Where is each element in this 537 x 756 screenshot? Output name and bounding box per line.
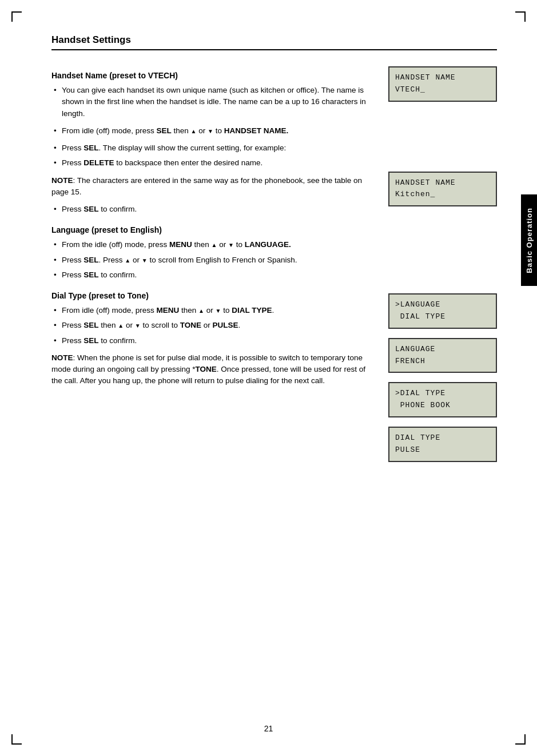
list-item: From idle (off) mode, press SEL then ▲ o…: [51, 125, 371, 137]
handset-name-bullets-3: Press SEL. The display will show the cur…: [51, 142, 371, 169]
section-title: Handset Settings: [51, 34, 497, 50]
dial-type-note: NOTE: When the phone is set for pulse di…: [51, 352, 371, 387]
list-item: Press SEL to confirm.: [51, 335, 371, 347]
lcd-dial-type-phone-book: >DIAL TYPE PHONE BOOK: [388, 382, 497, 417]
handset-name-bullets-2: From idle (off) mode, press SEL then ▲ o…: [51, 125, 371, 137]
left-column: Handset Name (preset to VTECH) You can g…: [51, 61, 371, 462]
lcd-handset-name-kitchen: HANDSET NAME Kitchen_: [388, 172, 497, 207]
handset-confirm-bullet: Press SEL to confirm.: [51, 204, 371, 215]
list-item: Press SEL to confirm.: [51, 204, 371, 215]
lcd-dial-type-pulse: DIAL TYPE PULSE: [388, 427, 497, 462]
list-item: Press SEL. The display will show the cur…: [51, 142, 371, 154]
list-item: Press DELETE to backspace then enter the…: [51, 157, 371, 169]
lcd-handset-name-vtech: HANDSET NAME VTECH_: [388, 66, 497, 102]
page-number: 21: [264, 724, 273, 733]
list-item: Press SEL. Press ▲ or ▼ to scroll from E…: [51, 254, 371, 266]
list-item: Press SEL to confirm.: [51, 269, 371, 281]
handset-name-bullets: You can give each handset its own unique…: [51, 85, 371, 120]
right-column: HANDSET NAME VTECH_ HANDSET NAME Kitchen…: [388, 61, 497, 462]
lcd-language-dial-type: >LANGUAGE DIAL TYPE: [388, 293, 497, 329]
subsection-title-handset-name: Handset Name (preset to VTECH): [51, 71, 371, 80]
language-bullets: From the idle (off) mode, press MENU the…: [51, 239, 371, 281]
spacer-1: [388, 111, 497, 162]
dial-type-bullets: From idle (off) mode, press MENU then ▲ …: [51, 305, 371, 347]
handset-name-note: NOTE: The characters are entered in the …: [51, 175, 371, 198]
list-item: You can give each handset its own unique…: [51, 85, 371, 120]
subsection-title-language: Language (preset to English): [51, 225, 371, 234]
lcd-language-french: LANGUAGE FRENCH: [388, 338, 497, 373]
spacer-2: [388, 216, 497, 284]
subsection-title-dial-type: Dial Type (preset to Tone): [51, 291, 371, 300]
list-item: Press SEL then ▲ or ▼ to scroll to TONE …: [51, 320, 371, 331]
list-item: From the idle (off) mode, press MENU the…: [51, 239, 371, 250]
list-item: From idle (off) mode, press MENU then ▲ …: [51, 305, 371, 316]
